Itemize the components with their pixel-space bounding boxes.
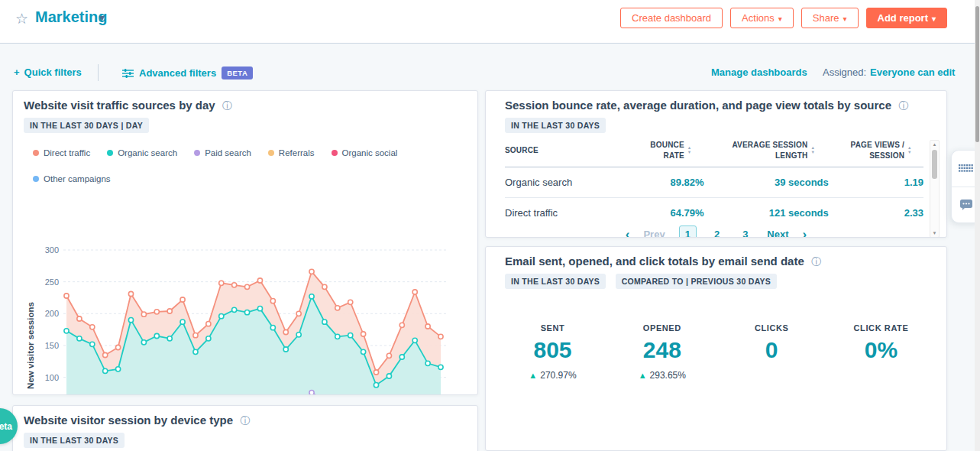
traffic-chart: 0501001502002503003/27/20244/1/20244/6/2… xyxy=(24,244,468,395)
dashboard-title-caret-icon[interactable]: ▾ xyxy=(99,11,105,24)
chat-bubble-icon xyxy=(959,199,973,211)
legend-label: Direct traffic xyxy=(44,148,90,157)
scroll-up-icon[interactable]: ▲ xyxy=(930,141,939,148)
beta-badge: BETA xyxy=(222,67,253,79)
legend-item[interactable]: Other campaigns xyxy=(33,174,111,183)
last-page-chevron-icon[interactable]: › xyxy=(803,227,807,238)
favorite-star-icon[interactable]: ☆ xyxy=(15,10,28,28)
metric-click-rate: CLICK RATE0% xyxy=(833,323,929,381)
assigned-value-link[interactable]: Everyone can edit xyxy=(870,67,955,78)
traffic-sources-card: Website visit traffic sources by day ⓘ I… xyxy=(12,90,478,395)
filters-toolbar: +Quick filters Advanced filters BETA Man… xyxy=(0,64,980,83)
legend-label: Other campaigns xyxy=(44,174,111,183)
legend-label: Referrals xyxy=(279,148,315,157)
next-page-button[interactable]: Next xyxy=(767,229,788,238)
top-header: ☆ Marketing ▾ Create dashboard Actions▾ … xyxy=(0,0,980,44)
create-dashboard-button[interactable]: Create dashboard xyxy=(620,8,723,28)
svg-text:100: 100 xyxy=(45,373,59,382)
prev-page-button[interactable]: Prev xyxy=(643,229,665,238)
assigned-info: Assigned:Everyone can edit xyxy=(823,67,955,78)
bounce-rate-cell[interactable]: 89.82% xyxy=(632,167,704,198)
info-icon[interactable]: ⓘ xyxy=(240,415,250,427)
bounce-rate-cell[interactable]: 64.79% xyxy=(632,198,704,229)
legend-label: Organic social xyxy=(342,148,398,157)
metric-label: CLICK RATE xyxy=(833,323,929,333)
page-button-2[interactable]: 2 xyxy=(709,226,725,238)
page-scrollbar-thumb[interactable] xyxy=(975,6,979,142)
compare-range-badge: COMPARED TO | PREVIOUS 30 DAYS xyxy=(616,274,778,289)
card-title: Session bounce rate, average duration, a… xyxy=(505,99,891,112)
device-type-card: Website visitor session by device type ⓘ… xyxy=(12,405,478,451)
source-cell: Direct traffic xyxy=(505,198,632,229)
metric-value: 0 xyxy=(724,337,820,363)
source-cell: Organic search xyxy=(505,167,632,198)
metric-label: CLICKS xyxy=(724,323,820,333)
date-range-badge: IN THE LAST 30 DAYS xyxy=(505,118,606,133)
legend-dot-icon xyxy=(268,150,274,156)
actions-button[interactable]: Actions▾ xyxy=(730,8,794,28)
metric-value: 0% xyxy=(833,337,929,363)
column-header-source: SOURCE xyxy=(505,135,632,167)
info-icon[interactable]: ⓘ xyxy=(898,100,908,112)
share-button[interactable]: Share▾ xyxy=(801,8,859,28)
column-header-bounce-rate[interactable]: BOUNCE RATE ▲▼ xyxy=(632,135,704,167)
sort-icon: ▲▼ xyxy=(810,146,815,154)
metric-value: 805 xyxy=(505,337,600,363)
page-views-cell[interactable]: 2.33 xyxy=(829,198,923,229)
dashboard-title[interactable]: Marketing xyxy=(35,8,107,26)
metric-value: 248 xyxy=(614,337,710,363)
email-totals-card: Email sent, opened, and click totals by … xyxy=(485,246,947,451)
sort-icon: ▲▼ xyxy=(907,146,912,154)
table-pagination: ‹ Prev 123 Next › xyxy=(486,226,946,238)
svg-text:200: 200 xyxy=(45,309,59,318)
metric-label: OPENED xyxy=(614,323,710,333)
legend-dot-icon xyxy=(332,150,338,156)
legend-item[interactable]: Paid search xyxy=(194,148,251,157)
first-page-chevron-icon[interactable]: ‹ xyxy=(626,227,630,238)
avg-session-length-cell[interactable]: 39 seconds xyxy=(704,167,829,198)
legend-item[interactable]: Organic search xyxy=(107,148,177,157)
legend-dot-icon xyxy=(33,176,39,182)
info-icon[interactable]: ⓘ xyxy=(222,100,232,112)
card-title: Website visitor session by device type xyxy=(24,414,233,427)
sort-icon: ▲▼ xyxy=(687,146,692,154)
metric-opened: OPENED248▲293.65% xyxy=(614,323,710,381)
column-header-avg-session-length[interactable]: AVERAGE SESSION LENGTH ▲▼ xyxy=(704,135,829,167)
sources-table: SOURCE BOUNCE RATE ▲▼ AVERAGE SESSION LE… xyxy=(505,135,923,228)
metric-label: SENT xyxy=(505,323,600,333)
chevron-down-icon: ▾ xyxy=(843,15,846,23)
metric-sent: SENT805▲270.97% xyxy=(505,323,600,381)
plus-icon: + xyxy=(14,67,20,78)
legend-item[interactable]: Referrals xyxy=(268,148,315,157)
sliders-icon xyxy=(122,69,134,78)
chevron-down-icon: ▾ xyxy=(932,15,936,23)
page-button-3[interactable]: 3 xyxy=(737,226,753,238)
metric-change: ▲270.97% xyxy=(505,370,600,381)
table-scrollbar[interactable]: ▲ ▼ xyxy=(930,140,940,238)
scrollbar-thumb[interactable] xyxy=(932,150,937,179)
svg-text:300: 300 xyxy=(45,245,59,255)
page-scrollbar[interactable] xyxy=(975,0,980,451)
metric-change-value: 293.65% xyxy=(650,370,686,381)
table-row: Organic search89.82%39 seconds1.19 xyxy=(505,167,923,198)
card-title: Website visit traffic sources by day xyxy=(24,99,215,112)
advanced-filters-button[interactable]: Advanced filters BETA xyxy=(122,67,253,79)
column-header-page-views[interactable]: PAGE VIEWS / SESSION ▲▼ xyxy=(829,135,923,167)
metric-clicks: CLICKS0 xyxy=(724,323,820,381)
metric-change: ▲293.65% xyxy=(614,370,710,381)
date-range-badge: IN THE LAST 30 DAYS xyxy=(505,274,606,289)
legend-item[interactable]: Direct traffic xyxy=(33,148,90,157)
quick-filters-button[interactable]: +Quick filters xyxy=(14,67,82,78)
manage-dashboards-link[interactable]: Manage dashboards xyxy=(711,67,807,78)
page-views-cell[interactable]: 1.19 xyxy=(829,167,923,198)
legend-dot-icon xyxy=(33,150,39,156)
add-report-button[interactable]: Add report▾ xyxy=(866,8,947,28)
svg-text:New visitor sessions: New visitor sessions xyxy=(26,302,35,389)
triangle-up-icon: ▲ xyxy=(529,371,537,380)
avg-session-length-cell[interactable]: 121 seconds xyxy=(704,198,829,229)
bounce-rate-card: Session bounce rate, average duration, a… xyxy=(485,90,947,238)
legend-item[interactable]: Organic social xyxy=(332,148,398,157)
info-icon[interactable]: ⓘ xyxy=(811,256,821,268)
table-row: Direct traffic64.79%121 seconds2.33 xyxy=(505,198,923,229)
page-button-1[interactable]: 1 xyxy=(679,226,697,238)
